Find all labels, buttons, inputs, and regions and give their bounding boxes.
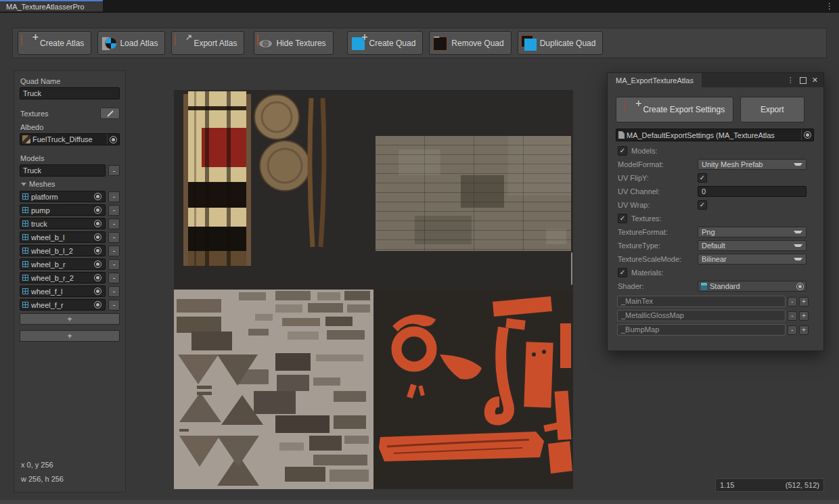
uv-wrap-checkbox[interactable]	[698, 200, 707, 210]
load-atlas-button[interactable]: Load Atlas	[97, 31, 165, 55]
mesh-name: platform	[31, 193, 89, 201]
mesh-object-field[interactable]: wheel_b_r	[20, 258, 106, 270]
albedo-object-field[interactable]: FuelTruck_Diffuse	[20, 133, 120, 145]
edit-textures-button[interactable]	[100, 108, 120, 119]
remove-property-button[interactable]: -	[788, 325, 797, 335]
remove-mesh-button[interactable]: -	[108, 191, 120, 202]
load-atlas-label: Load Atlas	[120, 39, 158, 48]
create-quad-icon: +	[350, 35, 367, 51]
uv-flipy-checkbox[interactable]	[698, 173, 707, 183]
meshes-label: Meshes	[29, 180, 55, 188]
settings-picker-button[interactable]	[801, 129, 813, 141]
hide-textures-button[interactable]: Hide Textures	[254, 31, 333, 55]
remove-mesh-button[interactable]: -	[108, 300, 120, 311]
window-tab[interactable]: MA_TextureAtlasserPro	[0, 0, 103, 12]
mesh-object-field[interactable]: platform	[20, 191, 106, 202]
atlas-quad-bottom-left-selected[interactable]	[174, 290, 373, 489]
material-property-field[interactable]: _MetallicGlossMap	[617, 310, 786, 321]
mesh-name: wheel_b_r	[31, 260, 89, 269]
object-picker-icon[interactable]	[94, 288, 101, 295]
export-label: Export	[761, 105, 784, 114]
mesh-object-field[interactable]: wheel_f_l	[20, 285, 106, 297]
object-picker-icon[interactable]	[94, 193, 101, 200]
mesh-object-field[interactable]: truck	[20, 218, 106, 229]
remove-mesh-button[interactable]: -	[108, 273, 120, 283]
texture-scale-mode-dropdown[interactable]: Bilinear	[698, 254, 807, 265]
window-resize-edge[interactable]	[0, 500, 839, 504]
object-picker-icon[interactable]	[94, 260, 101, 268]
object-picker-icon[interactable]	[796, 283, 804, 290]
mesh-object-field[interactable]: pump	[20, 204, 106, 216]
duplicate-quad-button[interactable]: Duplicate Quad	[518, 31, 604, 55]
materials-checkbox[interactable]	[618, 268, 627, 277]
export-window-tab[interactable]: MA_ExportTextureAtlas	[608, 73, 702, 87]
export-atlas-label: Export Atlas	[194, 39, 237, 48]
materials-section-label: Materials:	[631, 269, 664, 277]
texture-format-dropdown[interactable]: Png	[698, 227, 807, 237]
model-format-dropdown[interactable]: Unity Mesh Prefab	[698, 159, 807, 170]
hide-textures-icon	[257, 35, 273, 51]
atlas-quad-top-right[interactable]	[373, 90, 573, 290]
object-picker-icon[interactable]	[94, 274, 101, 281]
create-quad-button[interactable]: + Create Quad	[347, 31, 424, 55]
models-checkbox[interactable]	[618, 146, 627, 156]
remove-property-button[interactable]: -	[788, 311, 797, 321]
export-atlas-button[interactable]: ↗ Export Atlas	[171, 31, 244, 55]
remove-mesh-button[interactable]: -	[108, 246, 120, 256]
remove-mesh-button[interactable]: -	[108, 286, 120, 297]
atlas-canvas[interactable]	[174, 90, 573, 489]
object-picker-icon[interactable]	[94, 301, 101, 308]
mesh-row: wheel_f_r -	[20, 299, 120, 311]
toolbar: + Create Atlas Load Atlas ↗ Export Atlas…	[12, 28, 827, 58]
remove-property-button[interactable]: -	[788, 297, 797, 306]
export-settings-object-field[interactable]: MA_DefaultExportSettings (MA_TextureAtla…	[616, 129, 814, 141]
add-property-button[interactable]: +	[799, 311, 809, 321]
create-export-settings-button[interactable]: + Create Export Settings	[616, 97, 733, 122]
close-icon[interactable]: ✕	[812, 76, 818, 85]
create-export-settings-label: Create Export Settings	[643, 105, 725, 114]
add-property-button[interactable]: +	[799, 297, 809, 306]
create-atlas-button[interactable]: + Create Atlas	[18, 31, 91, 55]
add-property-button[interactable]: +	[799, 325, 809, 335]
atlas-quad-top-left[interactable]	[174, 90, 373, 290]
remove-mesh-button[interactable]: -	[108, 259, 120, 270]
material-property-field[interactable]: _MainTex	[617, 296, 786, 307]
atlas-quad-bottom-right[interactable]	[373, 290, 573, 489]
canvas-scrollbar[interactable]	[571, 252, 572, 285]
mesh-row: truck -	[20, 218, 120, 229]
mesh-object-field[interactable]: wheel_f_r	[20, 299, 106, 311]
maximize-icon[interactable]	[800, 77, 807, 84]
window-menu-icon[interactable]: ⋮	[825, 1, 834, 11]
remove-model-button[interactable]: -	[108, 165, 120, 176]
remove-mesh-button[interactable]: -	[108, 232, 120, 243]
selection-size: w 256, h 256	[21, 472, 64, 486]
texture-type-dropdown[interactable]: Default	[698, 240, 807, 251]
add-model-button[interactable]: +	[20, 330, 120, 342]
quad-name-input[interactable]	[20, 87, 120, 99]
remove-quad-button[interactable]: − Remove Quad	[429, 31, 511, 55]
uv-channel-input[interactable]	[698, 186, 807, 197]
mesh-object-field[interactable]: wheel_b_l_2	[20, 245, 106, 256]
object-picker-icon[interactable]	[94, 247, 101, 254]
window-kebab-menu-icon[interactable]: ⋮	[787, 76, 794, 85]
meshes-foldout[interactable]: Meshes	[21, 180, 120, 188]
model-field[interactable]: Truck	[20, 164, 106, 177]
object-picker-icon[interactable]	[94, 220, 101, 227]
quad-name-label: Quad Name	[20, 77, 120, 85]
export-button[interactable]: Export	[740, 97, 804, 122]
material-property-field[interactable]: _BumpMap	[617, 324, 786, 336]
chevron-down-icon	[794, 244, 802, 247]
mesh-object-field[interactable]: wheel_b_r_2	[20, 272, 106, 283]
object-picker-icon[interactable]	[94, 206, 101, 214]
remove-mesh-button[interactable]: -	[108, 205, 120, 216]
add-mesh-button[interactable]: +	[20, 313, 120, 325]
textures-checkbox[interactable]	[618, 214, 627, 223]
mesh-object-field[interactable]: wheel_b_l	[20, 231, 106, 243]
chevron-down-icon	[794, 231, 802, 233]
object-picker-icon[interactable]	[94, 233, 101, 241]
models-label: Models	[20, 154, 120, 162]
albedo-picker-button[interactable]	[107, 134, 119, 145]
remove-mesh-button[interactable]: -	[108, 219, 120, 229]
atlas-size: (512, 512)	[786, 481, 819, 489]
shader-object-field[interactable]: Standard	[698, 281, 807, 292]
